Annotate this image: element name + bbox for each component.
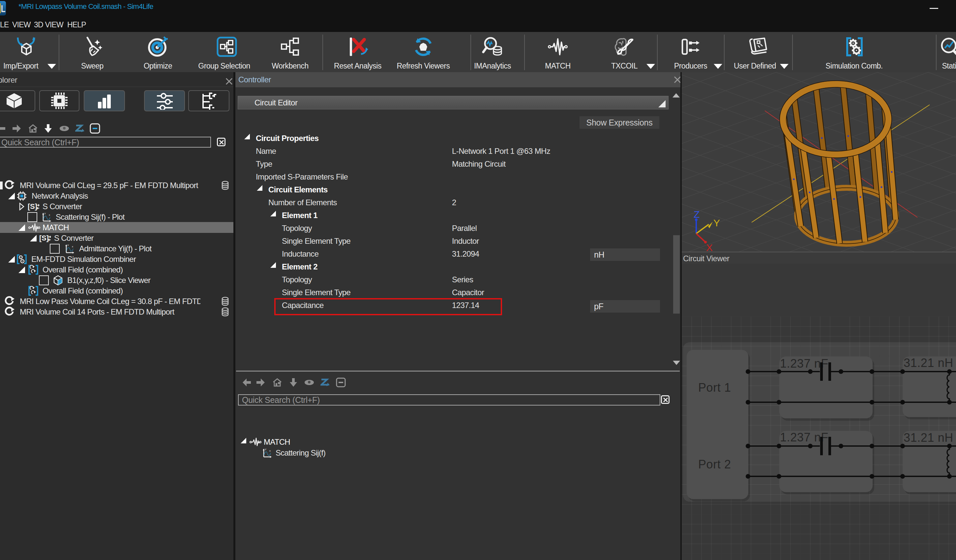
svg-text:31.21 nH: 31.21 nH	[904, 356, 953, 370]
svg-text:Y: Y	[713, 217, 720, 228]
svg-text:Port 1: Port 1	[698, 381, 731, 394]
svg-text:31.21 nH: 31.21 nH	[904, 431, 953, 444]
svg-text:Port 2: Port 2	[698, 458, 731, 471]
svg-text:Y: Y	[44, 212, 46, 215]
svg-text:X: X	[706, 242, 713, 252]
svg-text:x: x	[72, 245, 73, 248]
svg-text:[S]: [S]	[28, 202, 37, 210]
svg-text:[S]: [S]	[39, 234, 49, 242]
svg-text:x: x	[269, 449, 270, 452]
svg-text:Y: Y	[265, 448, 267, 451]
svg-text:Y: Y	[67, 244, 69, 247]
svg-text:Z: Z	[693, 209, 700, 220]
svg-text:x: x	[49, 213, 50, 216]
